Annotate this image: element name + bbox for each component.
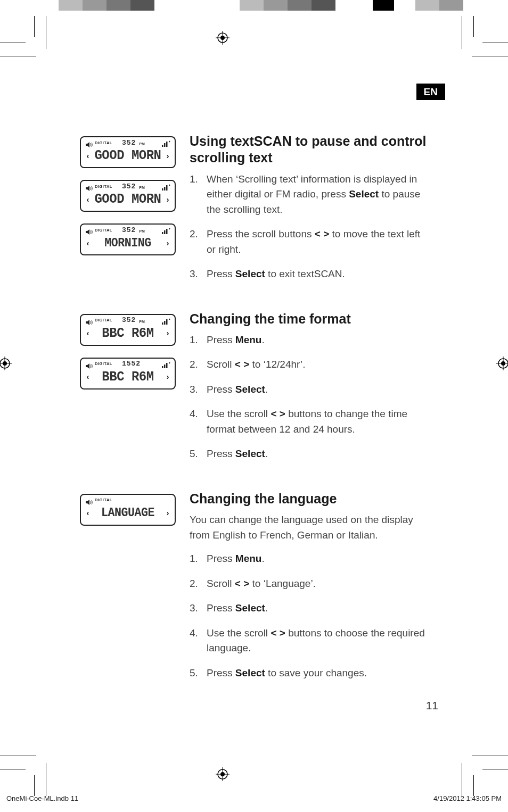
list-item: Press Select to save your changes. (190, 666, 431, 681)
lcd-time: 1552 (122, 360, 141, 368)
right-arrow-icon: › (165, 508, 170, 517)
svg-rect-23 (164, 230, 166, 234)
right-arrow-icon: › (165, 328, 170, 337)
svg-rect-28 (162, 366, 163, 368)
list-item: Press Select. (190, 382, 431, 397)
section-intro: You can change the language used on the … (190, 512, 431, 543)
left-arrow-icon: ‹ (85, 328, 91, 337)
right-arrow-icon: › (165, 151, 170, 160)
digital-label: DIGITAL (95, 184, 112, 189)
right-arrow-icon: › (165, 195, 170, 204)
lcd-main-text: GOOD MORN (94, 147, 162, 163)
left-arrow-icon: ‹ (85, 195, 91, 204)
svg-rect-18 (166, 142, 168, 147)
lcd-panel: DIGITAL 352 PM ‹ GOOD MORN › (80, 180, 176, 212)
lcd-panel: DIGITAL ‹ LANGUAGE › (80, 494, 176, 526)
left-arrow-icon: ‹ (85, 151, 91, 160)
speaker-icon (85, 184, 93, 189)
digital-label: DIGITAL (95, 498, 112, 502)
footer-file: OneMi-Coe-ML.indb 11 (6, 794, 78, 802)
section-heading: Changing the time format (190, 311, 431, 327)
instruction-list: Press Menu. Scroll < > to ‘12/24hr’. Pre… (190, 333, 431, 462)
instruction-list: Press Menu. Scroll < > to ‘Language’. Pr… (190, 551, 431, 681)
svg-rect-27 (166, 319, 168, 325)
speaker-icon (85, 318, 93, 323)
list-item: Press Select. (190, 601, 431, 616)
speaker-icon (85, 140, 93, 145)
list-item: Scroll < > to ‘12/24hr’. (190, 357, 431, 372)
svg-rect-21 (166, 185, 168, 190)
svg-rect-26 (164, 321, 166, 325)
lcd-panel: DIGITAL 352 PM ‹ GOOD MORN › (80, 136, 176, 168)
language-tab: EN (416, 84, 445, 100)
lcd-main-text: BBC R6M (94, 369, 162, 385)
left-arrow-icon: ‹ (85, 372, 91, 381)
lcd-panel: DIGITAL 352 PM ‹ MORNING › (80, 223, 176, 255)
lcd-pm: PM (139, 229, 145, 234)
right-arrow-icon: › (165, 238, 170, 247)
lcd-main-text: LANGUAGE (94, 506, 161, 520)
digital-label: DIGITAL (95, 228, 112, 233)
svg-rect-22 (162, 232, 163, 234)
svg-rect-29 (164, 364, 166, 368)
signal-icon (162, 361, 170, 367)
lcd-pm: PM (139, 320, 145, 324)
signal-icon (162, 183, 170, 189)
speaker-icon (85, 227, 93, 233)
page-number: 11 (426, 699, 438, 712)
svg-rect-25 (162, 322, 163, 325)
registration-mark (0, 357, 12, 370)
lcd-main-text: GOOD MORN (94, 191, 162, 207)
list-item: Press the scroll buttons < > to move the… (190, 227, 431, 257)
instruction-list: When ‘Scrolling text’ information is dis… (190, 172, 431, 282)
list-item: Use the scroll < > buttons to choose the… (190, 626, 431, 656)
speaker-icon (85, 361, 93, 367)
left-arrow-icon: ‹ (85, 508, 91, 517)
lcd-main-text: BBC R6M (94, 325, 162, 341)
svg-rect-24 (166, 229, 168, 234)
lcd-main-text: MORNING (94, 236, 161, 250)
page-content: DIGITAL 352 PM ‹ GOOD MORN › DIGITAL 352… (80, 133, 431, 709)
svg-rect-30 (166, 363, 168, 368)
svg-rect-20 (164, 187, 166, 190)
lcd-time: 352 (122, 139, 136, 147)
signal-icon (162, 139, 170, 146)
svg-rect-19 (162, 188, 163, 190)
list-item: Press Menu. (190, 551, 431, 567)
lcd-panel: DIGITAL 1552 ‹ BBC R6M › (80, 358, 176, 390)
svg-rect-16 (162, 145, 163, 147)
svg-rect-17 (164, 143, 166, 147)
registration-mark (496, 357, 508, 370)
right-arrow-icon: › (165, 372, 170, 381)
signal-icon (162, 227, 170, 233)
list-item: Press Menu. (190, 333, 431, 348)
list-item: When ‘Scrolling text’ information is dis… (190, 172, 431, 218)
list-item: Scroll < > to ‘Language’. (190, 576, 431, 592)
lcd-time: 352 (122, 183, 136, 190)
lcd-pm: PM (139, 142, 145, 146)
section-heading: Changing the language (190, 491, 431, 507)
list-item: Use the scroll < > buttons to change the… (190, 407, 431, 437)
registration-mark (216, 767, 230, 781)
lcd-time: 352 (122, 226, 136, 234)
lcd-panel: DIGITAL 352 PM ‹ BBC R6M › (80, 314, 176, 346)
signal-icon (162, 317, 170, 324)
printer-marks-top (0, 0, 508, 16)
section-heading: Using textSCAN to pause and control scro… (190, 133, 431, 167)
footer-datetime: 4/19/2012 1:43:05 PM (433, 794, 502, 802)
lcd-pm: PM (139, 186, 145, 190)
digital-label: DIGITAL (95, 318, 112, 322)
list-item: Press Select. (190, 446, 431, 462)
left-arrow-icon: ‹ (85, 238, 91, 247)
speaker-icon (85, 498, 93, 503)
lcd-time: 352 (122, 316, 136, 324)
digital-label: DIGITAL (95, 361, 112, 366)
list-item: Press Select to exit textSCAN. (190, 267, 431, 282)
digital-label: DIGITAL (95, 140, 112, 145)
registration-mark (216, 31, 230, 45)
